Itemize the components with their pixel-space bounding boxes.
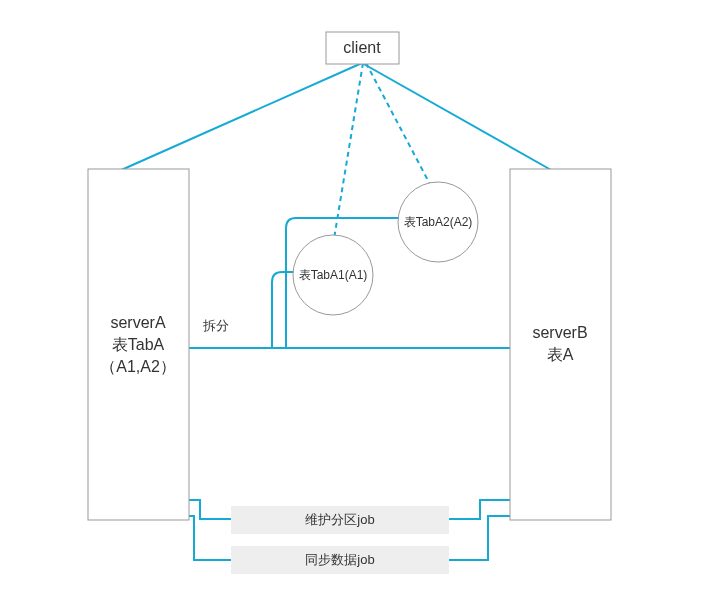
- edge-split-label: 拆分: [202, 318, 229, 333]
- serverA-line2: 表TabA: [112, 336, 165, 353]
- svg-rect-6: [510, 169, 611, 520]
- node-client: client: [326, 32, 399, 64]
- edge-client-serverB: [362, 63, 560, 175]
- serverA-line3: （A1,A2）: [100, 358, 176, 375]
- tabA1-label: 表TabA1(A1): [299, 268, 368, 282]
- architecture-diagram: 维护分区job 同步数据job 拆分 表TabA1(A1) 表TabA2(A2)…: [0, 0, 711, 614]
- job1-label: 维护分区job: [305, 512, 374, 527]
- node-tabA2: 表TabA2(A2): [398, 182, 478, 262]
- edge-client-tabA2: [366, 63, 432, 188]
- tabA2-label: 表TabA2(A2): [404, 215, 473, 229]
- node-tabA1: 表TabA1(A1): [293, 235, 373, 315]
- serverB-line2: 表A: [547, 346, 574, 363]
- client-label: client: [343, 39, 381, 56]
- node-serverA: serverA 表TabA （A1,A2）: [88, 169, 189, 520]
- job2-label: 同步数据job: [305, 552, 374, 567]
- edge-client-serverA: [110, 63, 362, 175]
- serverA-line1: serverA: [110, 314, 165, 331]
- node-job1: 维护分区job: [231, 506, 449, 534]
- node-job2: 同步数据job: [231, 546, 449, 574]
- serverB-line1: serverB: [532, 324, 587, 341]
- node-serverB: serverB 表A: [510, 169, 611, 520]
